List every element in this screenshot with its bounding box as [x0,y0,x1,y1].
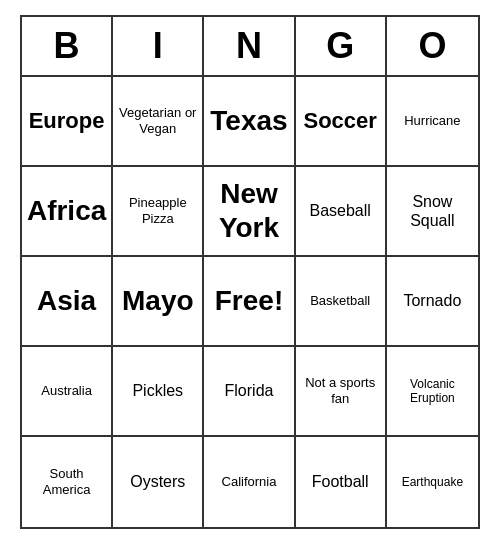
cell-text-1: Vegetarian or Vegan [117,105,198,136]
cell-text-6: Pineapple Pizza [117,195,198,226]
cell-text-21: Oysters [130,472,185,491]
bingo-cell-17[interactable]: Florida [204,347,295,437]
bingo-cell-24[interactable]: Earthquake [387,437,478,527]
cell-text-19: Volcanic Eruption [391,377,474,406]
cell-text-7: New York [208,177,289,244]
header-letter-g: G [296,17,387,75]
cell-text-16: Pickles [132,381,183,400]
header-letter-o: O [387,17,478,75]
cell-text-9: Snow Squall [391,192,474,230]
bingo-cell-10[interactable]: Asia [22,257,113,347]
bingo-cell-4[interactable]: Hurricane [387,77,478,167]
cell-text-4: Hurricane [404,113,460,129]
bingo-cell-14[interactable]: Tornado [387,257,478,347]
bingo-cell-9[interactable]: Snow Squall [387,167,478,257]
bingo-card: BINGO EuropeVegetarian or VeganTexasSocc… [20,15,480,529]
header-letter-i: I [113,17,204,75]
cell-text-22: California [222,474,277,490]
bingo-cell-13[interactable]: Basketball [296,257,387,347]
cell-text-12: Free! [215,284,283,318]
cell-text-18: Not a sports fan [300,375,381,406]
cell-text-10: Asia [37,284,96,318]
bingo-cell-15[interactable]: Australia [22,347,113,437]
cell-text-13: Basketball [310,293,370,309]
bingo-cell-7[interactable]: New York [204,167,295,257]
cell-text-5: Africa [27,194,106,228]
bingo-grid: EuropeVegetarian or VeganTexasSoccerHurr… [22,77,478,527]
bingo-cell-23[interactable]: Football [296,437,387,527]
cell-text-15: Australia [41,383,92,399]
cell-text-24: Earthquake [402,475,463,489]
bingo-cell-8[interactable]: Baseball [296,167,387,257]
bingo-cell-19[interactable]: Volcanic Eruption [387,347,478,437]
bingo-cell-1[interactable]: Vegetarian or Vegan [113,77,204,167]
cell-text-23: Football [312,472,369,491]
bingo-cell-12[interactable]: Free! [204,257,295,347]
cell-text-11: Mayo [122,284,194,318]
header-letter-b: B [22,17,113,75]
cell-text-3: Soccer [304,108,377,134]
bingo-cell-5[interactable]: Africa [22,167,113,257]
bingo-cell-20[interactable]: South America [22,437,113,527]
bingo-cell-0[interactable]: Europe [22,77,113,167]
header-letter-n: N [204,17,295,75]
bingo-cell-16[interactable]: Pickles [113,347,204,437]
cell-text-0: Europe [29,108,105,134]
bingo-cell-18[interactable]: Not a sports fan [296,347,387,437]
cell-text-17: Florida [225,381,274,400]
bingo-cell-11[interactable]: Mayo [113,257,204,347]
cell-text-20: South America [26,466,107,497]
bingo-cell-6[interactable]: Pineapple Pizza [113,167,204,257]
bingo-cell-3[interactable]: Soccer [296,77,387,167]
bingo-cell-2[interactable]: Texas [204,77,295,167]
bingo-cell-22[interactable]: California [204,437,295,527]
bingo-cell-21[interactable]: Oysters [113,437,204,527]
cell-text-14: Tornado [403,291,461,310]
bingo-header: BINGO [22,17,478,77]
cell-text-2: Texas [210,104,287,138]
cell-text-8: Baseball [310,201,371,220]
